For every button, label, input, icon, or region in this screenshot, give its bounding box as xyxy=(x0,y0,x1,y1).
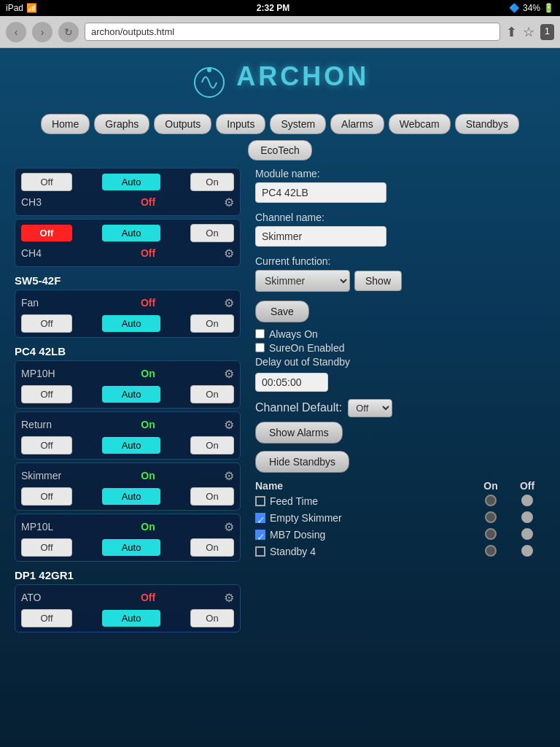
feedtime-on-radio[interactable] xyxy=(485,495,497,506)
ch3-gear-icon[interactable]: ⚙ xyxy=(224,196,234,209)
skimmer-gear-icon[interactable]: ⚙ xyxy=(224,469,234,483)
fan-auto-btn[interactable]: Auto xyxy=(102,315,160,332)
bookmark-icon[interactable]: ☆ xyxy=(523,24,534,40)
ch3-off-btn[interactable]: Off xyxy=(21,173,72,191)
return-off-btn[interactable]: Off xyxy=(21,436,72,454)
skimmer-label: Skimmer xyxy=(21,470,72,481)
back-button[interactable]: ‹ xyxy=(6,22,26,42)
nav-outputs[interactable]: Outputs xyxy=(154,114,211,134)
forward-button[interactable]: › xyxy=(32,22,52,42)
nav-inputs[interactable]: Inputs xyxy=(216,114,265,134)
ch4-off-btn[interactable]: Off xyxy=(21,225,72,241)
ato-on-btn[interactable]: On xyxy=(190,609,234,627)
feedtime-checkbox[interactable] xyxy=(255,496,265,506)
standby4-off-radio[interactable] xyxy=(521,545,533,557)
refresh-button[interactable]: ↻ xyxy=(58,22,79,42)
ato-off-btn[interactable]: Off xyxy=(21,609,72,627)
mb7dosing-on[interactable] xyxy=(472,528,509,542)
emptyskimmer-on[interactable] xyxy=(472,511,509,525)
feedtime-off-radio[interactable] xyxy=(521,495,533,506)
ch3-card: Off Auto On CH3 Off ⚙ xyxy=(15,168,241,216)
emptyskimmer-off-radio[interactable] xyxy=(521,511,533,523)
feedtime-on[interactable] xyxy=(472,495,509,508)
mp10l-gear-icon[interactable]: ⚙ xyxy=(224,520,234,534)
delay-input[interactable] xyxy=(255,373,328,392)
ato-gear-icon[interactable]: ⚙ xyxy=(224,591,234,605)
return-gear-icon[interactable]: ⚙ xyxy=(224,418,234,432)
standby4-checkbox[interactable] xyxy=(255,546,265,557)
mp10l-label: MP10L xyxy=(21,521,72,533)
save-button[interactable]: Save xyxy=(255,301,309,322)
ecotech-button[interactable]: EcoTech xyxy=(248,140,312,160)
channel-name-input[interactable] xyxy=(255,226,386,247)
mb7dosing-off[interactable] xyxy=(509,528,545,542)
mp10l-row: MP10L On ⚙ xyxy=(20,517,236,537)
fan-label: Fan xyxy=(21,297,72,309)
skimmer-on-btn[interactable]: On xyxy=(190,487,234,506)
nav-alarms[interactable]: Alarms xyxy=(330,114,384,134)
return-on-btn[interactable]: On xyxy=(190,436,234,454)
nav-standbys[interactable]: Standbys xyxy=(455,114,519,134)
fan-on-btn[interactable]: On xyxy=(190,314,234,333)
ato-auto-btn[interactable]: Auto xyxy=(102,610,160,627)
nav-home[interactable]: Home xyxy=(41,114,90,134)
fan-status: Off xyxy=(141,297,155,309)
emptyskimmer-checkbox[interactable]: ✓ xyxy=(255,513,265,523)
mb7dosing-off-radio[interactable] xyxy=(521,528,533,540)
mp10l-off-btn[interactable]: Off xyxy=(21,538,72,557)
show-function-button[interactable]: Show xyxy=(354,271,402,291)
show-alarms-button[interactable]: Show Alarms xyxy=(255,422,343,444)
return-toggle-row: Off Auto On xyxy=(20,435,236,456)
logo-icon xyxy=(191,64,228,101)
skimmer-auto-btn[interactable]: Auto xyxy=(102,488,160,505)
module-name-input[interactable] xyxy=(255,182,386,203)
ato-card: ATO Off ⚙ Off Auto On xyxy=(15,584,241,632)
always-on-row: Always On xyxy=(255,328,545,340)
sw5-group-label: SW5-42F xyxy=(15,270,241,290)
tab-count[interactable]: 1 xyxy=(540,24,554,40)
ch3-auto-btn[interactable]: Auto xyxy=(102,174,160,190)
mp10l-status: On xyxy=(141,521,155,533)
skimmer-off-btn[interactable]: Off xyxy=(21,487,72,506)
address-input[interactable] xyxy=(85,23,500,41)
standby4-off[interactable] xyxy=(509,545,545,559)
mb7dosing-on-radio[interactable] xyxy=(485,528,497,540)
fan-gear-icon[interactable]: ⚙ xyxy=(224,296,234,310)
channel-default-select[interactable]: Off On Auto xyxy=(348,399,392,417)
ch3-on-btn[interactable]: On xyxy=(190,173,234,191)
feedtime-off[interactable] xyxy=(509,495,545,508)
mp10l-on-btn[interactable]: On xyxy=(190,538,234,557)
ch4-on-btn[interactable]: On xyxy=(190,224,234,242)
ch4-auto-btn[interactable]: Auto xyxy=(102,225,160,241)
status-left: iPad 📶 xyxy=(6,3,37,13)
skimmer-status: On xyxy=(141,470,155,481)
nav-graphs[interactable]: Graphs xyxy=(94,114,149,134)
function-label: Current function: xyxy=(255,255,545,267)
fan-off-btn[interactable]: Off xyxy=(21,314,72,333)
nav-system[interactable]: System xyxy=(270,114,326,134)
ch4-gear-icon[interactable]: ⚙ xyxy=(224,247,234,260)
hide-standbys-button[interactable]: Hide Standbys xyxy=(255,451,349,473)
mp10l-auto-btn[interactable]: Auto xyxy=(102,539,160,556)
return-status: On xyxy=(141,419,155,430)
standby4-on-radio[interactable] xyxy=(485,545,497,557)
bluetooth-icon: 🔷 xyxy=(509,3,520,13)
return-auto-btn[interactable]: Auto xyxy=(102,437,160,454)
battery-icon: 🔋 xyxy=(543,3,554,13)
standby4-on[interactable] xyxy=(472,545,509,559)
emptyskimmer-off[interactable] xyxy=(509,511,545,525)
mp10h-on-btn[interactable]: On xyxy=(190,385,234,403)
mp10h-off-btn[interactable]: Off xyxy=(21,385,72,403)
always-on-checkbox[interactable] xyxy=(255,329,265,338)
share-icon[interactable]: ⬆ xyxy=(506,24,517,40)
nav-webcam[interactable]: Webcam xyxy=(389,114,451,134)
return-row: Return On ⚙ xyxy=(20,415,236,435)
mp10h-gear-icon[interactable]: ⚙ xyxy=(224,367,234,381)
mp10h-auto-btn[interactable]: Auto xyxy=(102,386,160,403)
ato-row: ATO Off ⚙ xyxy=(20,588,236,608)
mb7dosing-checkbox[interactable]: ✓ xyxy=(255,530,265,540)
sure-on-checkbox[interactable] xyxy=(255,343,265,352)
svg-point-1 xyxy=(207,68,211,72)
function-select[interactable]: Skimmer Always On Timer Dimmer xyxy=(255,270,350,292)
emptyskimmer-on-radio[interactable] xyxy=(485,511,497,523)
